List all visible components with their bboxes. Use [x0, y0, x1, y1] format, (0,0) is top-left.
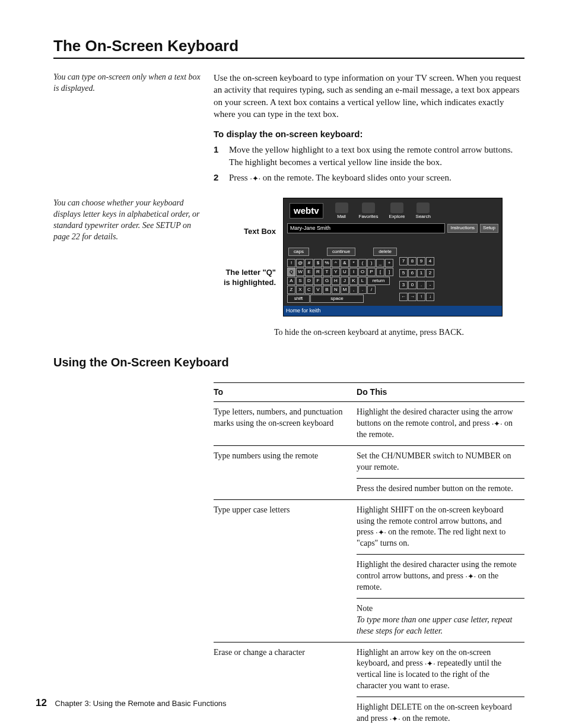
kbd-key[interactable]: K — [349, 277, 358, 285]
kbd-key[interactable]: Y — [332, 268, 340, 276]
cell-dothis: Highlight the desired character using th… — [357, 555, 524, 599]
kbd-key[interactable]: , — [349, 286, 358, 294]
kbd-delete[interactable]: delete — [373, 248, 397, 257]
kbd-key[interactable]: V — [314, 286, 322, 294]
kbd-numkey[interactable]: 8 — [408, 257, 416, 265]
kbd-key[interactable]: B — [323, 286, 331, 294]
nav-favorites[interactable]: Favorites — [359, 202, 379, 220]
kbd-key[interactable]: D — [305, 277, 313, 285]
mail-icon — [335, 202, 348, 213]
kbd-key[interactable]: R — [314, 268, 322, 276]
step-text: Move the yellow highlight to a text box … — [229, 144, 524, 168]
kbd-key[interactable]: J — [341, 277, 349, 285]
kbd-numkey[interactable]: 5 — [399, 269, 408, 277]
kbd-key[interactable]: / — [367, 286, 376, 294]
kbd-numkey[interactable]: 0 — [408, 281, 416, 289]
nav-explore[interactable]: Explore — [389, 202, 405, 220]
kbd-key[interactable]: & — [341, 259, 349, 267]
search-icon — [416, 202, 430, 213]
cell-dothis: Highlight SHIFT on the on-screen keyboar… — [357, 499, 524, 555]
kbd-key[interactable]: N — [332, 286, 340, 294]
kbd-numkey[interactable]: - — [426, 281, 434, 289]
kbd-key[interactable]: @ — [296, 259, 304, 267]
cell-to — [214, 555, 357, 599]
sidenote-top: You can type on-screen only when a text … — [53, 72, 202, 94]
kbd-numkey[interactable]: 6 — [408, 269, 416, 277]
kbd-key[interactable]: ] — [385, 268, 393, 276]
callout-q-l1: The letter "Q" — [225, 268, 276, 277]
kbd-key[interactable]: ) — [367, 259, 376, 267]
kbd-key[interactable]: ( — [358, 259, 367, 267]
kbd-key[interactable]: ! — [287, 259, 295, 267]
instructions-button[interactable]: Instructions — [447, 224, 478, 233]
go-icon: ·✦· — [390, 714, 400, 724]
kbd-numkey[interactable]: ↓ — [426, 293, 434, 301]
cell-to: Type letters, numbers, and punctuation m… — [214, 402, 357, 446]
kbd-shift[interactable]: shift — [287, 295, 310, 303]
kbd-key[interactable]: H — [332, 277, 340, 285]
kbd-key[interactable]: W — [296, 268, 304, 276]
kbd-key[interactable]: [ — [376, 268, 384, 276]
instruction-table: To Do This Type letters, numbers, and pu… — [214, 382, 524, 728]
kbd-key[interactable]: % — [323, 259, 331, 267]
kbd-key[interactable]: P — [367, 268, 376, 276]
cell-dothis: Press the desired number button on the r… — [357, 478, 524, 499]
onscreen-keyboard: caps continue delete !@#$%^&*()_+ QWERTY… — [286, 245, 500, 305]
kbd-key[interactable]: M — [341, 286, 349, 294]
table-row: Type letters, numbers, and punctuation m… — [214, 402, 524, 446]
kbd-key[interactable]: E — [305, 268, 313, 276]
textbox-input[interactable]: Mary-Jane Smith — [287, 223, 445, 233]
go-icon: ·✦· — [466, 571, 476, 582]
kbd-key[interactable]: S — [296, 277, 304, 285]
figure-columns: You can choose whether your keyboard dis… — [53, 192, 524, 338]
kbd-key[interactable]: # — [305, 259, 313, 267]
page-footer: 12 Chapter 3: Using the Remote and Basic… — [36, 697, 227, 710]
nav-mail[interactable]: Mail — [335, 202, 348, 220]
kbd-numkey[interactable]: 4 — [426, 257, 434, 265]
kbd-key[interactable]: X — [296, 286, 304, 294]
kbd-key[interactable]: _ — [376, 259, 384, 267]
kbd-numkey[interactable]: 1 — [417, 269, 425, 277]
kbd-numkey[interactable]: 9 — [417, 257, 425, 265]
kbd-key[interactable]: * — [349, 259, 358, 267]
kbd-key[interactable]: $ — [314, 259, 322, 267]
kbd-key[interactable]: ^ — [332, 259, 340, 267]
kbd-key[interactable]: G — [323, 277, 331, 285]
kbd-numkey[interactable]: 7 — [399, 257, 408, 265]
kbd-numkey[interactable]: . — [417, 281, 425, 289]
kbd-caps[interactable]: caps — [288, 248, 309, 257]
figure: Text Box The letter "Q" is highlighted. … — [214, 198, 524, 316]
th-dothis: Do This — [357, 383, 524, 402]
kbd-key[interactable]: T — [323, 268, 331, 276]
textbox-row: Mary-Jane Smith Instructions Setup — [286, 222, 500, 234]
kbd-key[interactable]: U — [341, 268, 349, 276]
kbd-key[interactable]: C — [305, 286, 313, 294]
kbd-key[interactable]: Z — [287, 286, 295, 294]
kbd-key[interactable]: Q — [287, 268, 295, 276]
kbd-numkey[interactable]: ↑ — [417, 293, 425, 301]
kbd-key[interactable]: L — [358, 277, 367, 285]
kbd-key[interactable]: . — [358, 286, 367, 294]
cell-dothis: Highlight an arrow key on the on-screen … — [357, 642, 524, 697]
cell-dothis: Highlight DELETE on the on-screen keyboa… — [357, 697, 524, 728]
table-row: Type upper case lettersHighlight SHIFT o… — [214, 499, 524, 555]
kbd-continue[interactable]: continue — [327, 248, 355, 257]
kbd-key[interactable]: F — [314, 277, 322, 285]
kbd-numkey[interactable]: → — [408, 293, 416, 301]
kbd-space[interactable]: space — [310, 295, 364, 303]
nav-search[interactable]: Search — [416, 202, 431, 220]
go-icon: ·✦· — [376, 527, 386, 538]
kbd-numkey[interactable]: 2 — [426, 269, 434, 277]
kbd-key[interactable]: + — [385, 259, 393, 267]
kbd-numkey[interactable]: ← — [399, 293, 408, 301]
section-heading: Using the On-Screen Keyboard — [53, 354, 524, 371]
cell-to — [214, 478, 357, 499]
kbd-key[interactable]: I — [349, 268, 358, 276]
kbd-key[interactable]: O — [358, 268, 367, 276]
kbd-return[interactable]: return — [367, 277, 390, 285]
go-icon: ·✦· — [250, 173, 260, 184]
sidenote-mid: You can choose whether your keyboard dis… — [53, 198, 202, 243]
kbd-numkey[interactable]: 3 — [399, 281, 408, 289]
kbd-key[interactable]: A — [287, 277, 295, 285]
setup-button[interactable]: Setup — [480, 224, 498, 233]
